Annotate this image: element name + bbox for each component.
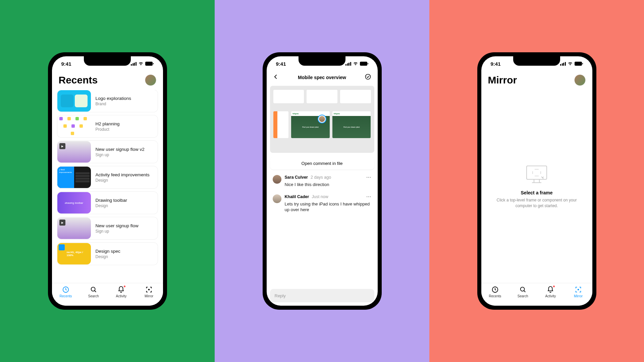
svg-rect-0	[145, 62, 153, 66]
reply-input[interactable]: Reply	[270, 289, 374, 302]
commenter-avatar[interactable]	[273, 175, 281, 184]
mirror-empty-state: Select a frame Click a top-level frame o…	[481, 90, 592, 283]
tab-label: Mirror	[145, 294, 153, 298]
bottom-tabbar: Recents Search Activity Mirror	[52, 283, 163, 306]
tab-activity[interactable]: Activity	[111, 286, 131, 298]
phone-screen: 9:41 Recents Logo explorationsBrand	[52, 56, 163, 306]
file-thumb: na H1, 42px / 130%	[57, 243, 91, 264]
file-name: New user signup flow v2	[96, 147, 145, 152]
user-avatar[interactable]	[145, 74, 156, 86]
wifi-icon	[353, 62, 358, 66]
canvas-preview[interactable]: foligmaFind your dream plant foligmaFind…	[270, 86, 374, 153]
panel-recents-bg: 9:41 Recents Logo explorationsBrand	[0, 0, 215, 362]
panel-mirror-bg: 9:41 Mirror Select a frame	[429, 0, 644, 362]
phone-notch	[84, 56, 131, 66]
comment-text: Nice I like this direction	[285, 182, 372, 188]
commenter-avatar[interactable]	[273, 194, 281, 203]
phone-notch	[513, 56, 560, 66]
status-icons	[560, 62, 583, 66]
comment-pin-icon[interactable]	[318, 115, 326, 123]
file-thumb: y feedimprovements	[57, 167, 91, 188]
tab-mirror[interactable]: Mirror	[139, 286, 159, 298]
signal-icon	[131, 62, 137, 66]
comment-time: Just now	[312, 194, 328, 199]
file-list[interactable]: Logo explorationsBrand H2 planningProduc…	[52, 90, 163, 283]
comment-item: Khalil Cader Just now ··· Lets try using…	[273, 194, 372, 213]
file-name: Activity feed improvements	[96, 172, 150, 177]
mirror-icon	[575, 286, 582, 293]
recents-header: Recents	[52, 71, 163, 90]
file-name: New user signup flow	[96, 223, 139, 228]
recents-title: Recents	[59, 74, 98, 86]
open-comment-button[interactable]: Open comment in file	[270, 157, 374, 170]
home-indicator	[87, 306, 127, 308]
wifi-icon	[568, 62, 573, 66]
comment-menu-button[interactable]: ···	[367, 194, 372, 199]
phone-screen: 9:41 Mirror Select a frame	[481, 56, 592, 306]
back-button[interactable]	[273, 73, 279, 81]
file-name: Design spec	[96, 249, 120, 254]
file-project: Design	[96, 203, 127, 208]
battery-icon	[145, 62, 154, 66]
tab-search[interactable]: Search	[84, 286, 104, 298]
tab-mirror[interactable]: Mirror	[568, 286, 588, 298]
comment-text: Lets try using the iPad icons I have whi…	[285, 201, 372, 213]
notification-dot-icon	[123, 285, 126, 288]
status-icons	[131, 62, 154, 66]
comment-menu-button[interactable]: ···	[367, 175, 372, 180]
user-avatar[interactable]	[574, 74, 586, 86]
battery-icon	[575, 62, 583, 66]
tab-activity[interactable]: Activity	[540, 286, 560, 298]
tab-label: Mirror	[574, 294, 583, 298]
notification-dot-icon	[553, 285, 555, 288]
file-project: Design	[96, 178, 150, 183]
file-item[interactable]: y feedimprovements Activity feed improve…	[57, 166, 158, 188]
file-name: Logo explorations	[96, 96, 131, 101]
play-icon: ▶	[59, 143, 65, 149]
file-project: Design	[96, 254, 120, 259]
file-item[interactable]: Logo explorationsBrand	[57, 90, 158, 112]
phone-frame: 9:41 Mobile spec overview foligmaFind yo…	[263, 52, 382, 310]
tab-recents[interactable]: Recents	[485, 286, 505, 298]
tab-label: Activity	[116, 294, 127, 298]
file-item[interactable]: na H1, 42px / 130% Design specDesign	[57, 243, 158, 265]
clock-icon	[62, 286, 69, 293]
empty-title: Select a frame	[521, 190, 553, 195]
file-name: H2 planning	[96, 121, 120, 126]
comment-header: Mobile spec overview	[267, 72, 378, 82]
search-icon	[90, 286, 97, 293]
tab-label: Recents	[489, 294, 501, 298]
file-thumb: ▶	[57, 141, 91, 163]
tab-label: Activity	[545, 294, 556, 298]
svg-rect-5	[360, 62, 367, 66]
svg-rect-6	[368, 63, 368, 64]
tab-label: Search	[518, 294, 528, 298]
tab-recents[interactable]: Recents	[56, 286, 76, 298]
commenter-name: Khalil Cader	[285, 194, 309, 199]
file-thumb: ▶	[57, 218, 91, 239]
file-name: Drawing toolbar	[96, 198, 127, 203]
svg-point-13	[578, 289, 579, 290]
svg-point-4	[149, 289, 150, 290]
file-thumb	[57, 90, 91, 112]
wifi-icon	[138, 62, 144, 66]
tab-search[interactable]: Search	[513, 286, 533, 298]
bottom-tabbar: Recents Search Activity Mirror	[481, 283, 592, 306]
file-item[interactable]: ▶ New user signup flowSign up	[57, 217, 158, 239]
file-item[interactable]: drawing toolbar Drawing toolbarDesign	[57, 192, 158, 214]
resolve-button[interactable]	[365, 73, 371, 81]
home-indicator	[517, 306, 557, 308]
phone-screen: 9:41 Mobile spec overview foligmaFind yo…	[267, 56, 378, 306]
file-item[interactable]: ▶ New user signup flow v2Sign up	[57, 141, 158, 163]
file-project: Product	[96, 127, 120, 132]
comment-time: 2 days ago	[311, 175, 331, 180]
svg-rect-10	[527, 166, 547, 179]
mirror-title: Mirror	[488, 74, 517, 86]
clock-icon	[491, 286, 499, 293]
file-item[interactable]: H2 planningProduct	[57, 115, 158, 137]
file-project: Sign up	[96, 153, 145, 157]
svg-rect-9	[582, 63, 583, 64]
file-project: Sign up	[96, 229, 139, 234]
mirror-icon	[145, 286, 153, 293]
tab-label: Recents	[60, 294, 72, 298]
